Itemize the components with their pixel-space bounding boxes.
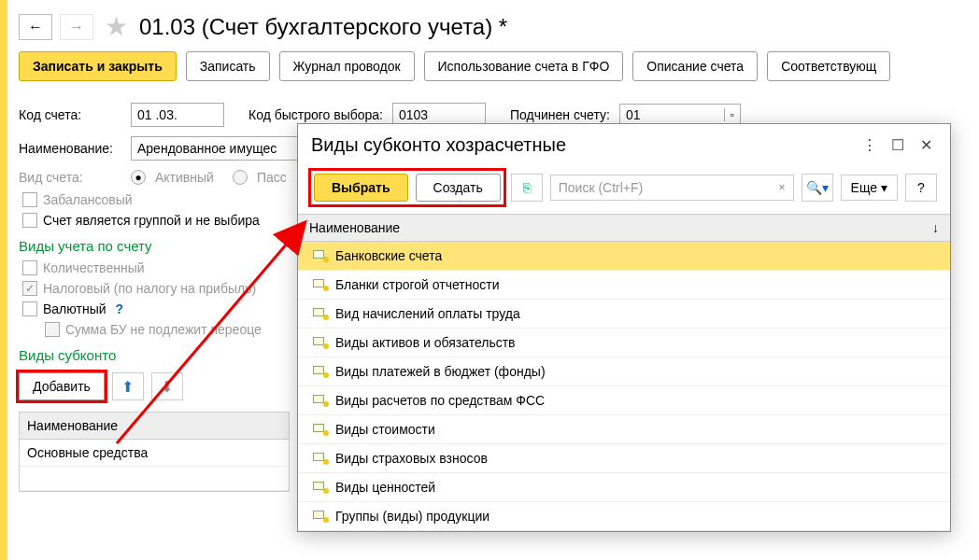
- type-passive-label: Пасс: [257, 170, 287, 185]
- main-toolbar: Записать и закрыть Записать Журнал прово…: [19, 51, 960, 98]
- item-icon: [313, 453, 328, 464]
- subconto-table-header: Наименование: [20, 413, 289, 440]
- tax-label: Налоговый (по налогу на прибыль): [43, 281, 256, 296]
- table-row-empty: [20, 467, 289, 491]
- name-label: Наименование:: [19, 141, 121, 156]
- item-icon: [313, 424, 328, 435]
- description-button[interactable]: Описание счета: [632, 51, 758, 81]
- journal-button[interactable]: Журнал проводок: [279, 51, 415, 81]
- save-close-button[interactable]: Записать и закрыть: [19, 51, 177, 81]
- star-icon[interactable]: ★: [105, 11, 128, 42]
- titlebar: ← → ★ 01.03 (Счет бухгалтерского учета) …: [19, 0, 960, 51]
- item-icon: [313, 250, 328, 261]
- add-subconto-button[interactable]: Добавить: [19, 372, 105, 400]
- item-icon: [313, 482, 328, 493]
- offbalance-label: Забалансовый: [43, 192, 133, 207]
- type-label: Вид счета:: [19, 170, 121, 185]
- dialog-title: Виды субконто хозрасчетные: [311, 134, 853, 156]
- search-input[interactable]: Поиск (Ctrl+F) ×: [550, 175, 794, 201]
- correspondence-button[interactable]: Соответствующ: [767, 51, 890, 81]
- item-icon: [313, 308, 328, 319]
- list-item[interactable]: Виды ценностей: [298, 473, 950, 502]
- list-item[interactable]: Виды стоимости: [298, 415, 950, 444]
- search-options-icon[interactable]: 🔍▾: [802, 174, 833, 202]
- bu-sum-checkbox: [45, 322, 60, 337]
- offbalance-checkbox[interactable]: [22, 192, 37, 207]
- create-button[interactable]: Создать: [416, 174, 501, 202]
- subconto-table: Наименование Основные средства: [19, 412, 290, 492]
- forward-button[interactable]: →: [60, 14, 93, 40]
- maximize-icon[interactable]: ☐: [887, 133, 909, 156]
- isgroup-checkbox[interactable]: [22, 213, 37, 228]
- search-placeholder: Поиск (Ctrl+F): [559, 180, 644, 195]
- name-input[interactable]: [131, 136, 308, 161]
- move-up-button[interactable]: ⬆: [112, 372, 144, 400]
- clear-search-icon[interactable]: ×: [779, 181, 786, 194]
- back-button[interactable]: ←: [19, 14, 52, 40]
- parent-value: 01: [626, 107, 641, 122]
- item-icon: [313, 511, 328, 522]
- currency-hint-icon[interactable]: ?: [116, 301, 124, 316]
- item-icon: [313, 395, 328, 406]
- list-item[interactable]: Банковские счета: [298, 242, 950, 271]
- code-label: Код счета:: [19, 107, 121, 122]
- list-item[interactable]: Бланки строгой отчетности: [298, 271, 950, 300]
- table-row[interactable]: Основные средства: [20, 440, 289, 467]
- radio-passive: [233, 170, 248, 185]
- list-item[interactable]: Виды расчетов по средствам ФСС: [298, 386, 950, 415]
- list-header-label: Наименование: [309, 220, 932, 235]
- gfo-button[interactable]: Использование счета в ГФО: [424, 51, 624, 81]
- sort-icon[interactable]: ↓: [932, 220, 939, 235]
- bu-sum-label: Сумма БУ не подлежит переоце: [65, 322, 262, 337]
- list-item[interactable]: Виды страховых взносов: [298, 444, 950, 473]
- currency-label: Валютный: [43, 301, 106, 316]
- move-down-button[interactable]: ⬇: [151, 372, 183, 400]
- close-icon[interactable]: ✕: [915, 133, 937, 156]
- radio-active: ●: [131, 170, 146, 185]
- help-icon[interactable]: ?: [905, 174, 937, 202]
- list-body: Банковские счета Бланки строгой отчетнос…: [298, 242, 950, 531]
- save-button[interactable]: Записать: [186, 51, 270, 81]
- list-header[interactable]: Наименование ↓: [298, 214, 950, 242]
- item-icon: [313, 279, 328, 290]
- item-icon: [313, 337, 328, 348]
- qty-checkbox[interactable]: [22, 260, 37, 275]
- parent-open-icon[interactable]: ▫: [724, 108, 734, 121]
- parent-label: Подчинен счету:: [510, 107, 610, 122]
- code-input[interactable]: [131, 103, 224, 127]
- more-button[interactable]: Еще ▾: [841, 175, 898, 201]
- list-item[interactable]: Группы (виды) продукции: [298, 502, 950, 531]
- list-item[interactable]: Виды платежей в бюджет (фонды): [298, 357, 950, 386]
- kebab-icon[interactable]: ⋮: [858, 133, 881, 156]
- copy-icon[interactable]: ⎘: [511, 174, 543, 202]
- type-active-label: Активный: [155, 170, 214, 185]
- page-title: 01.03 (Счет бухгалтерского учета) *: [139, 14, 507, 40]
- list-item[interactable]: Вид начислений оплаты труда: [298, 300, 950, 329]
- tax-checkbox: [22, 281, 37, 296]
- item-icon: [313, 366, 328, 377]
- isgroup-label: Счет является группой и не выбира: [43, 213, 260, 228]
- qty-label: Количественный: [43, 260, 145, 275]
- currency-checkbox[interactable]: [22, 301, 37, 316]
- subconto-dialog: Виды субконто хозрасчетные ⋮ ☐ ✕ Выбрать…: [297, 123, 951, 532]
- list-item[interactable]: Виды активов и обязательств: [298, 329, 950, 357]
- quick-code-label: Код быстрого выбора:: [248, 107, 383, 122]
- select-button[interactable]: Выбрать: [314, 174, 408, 202]
